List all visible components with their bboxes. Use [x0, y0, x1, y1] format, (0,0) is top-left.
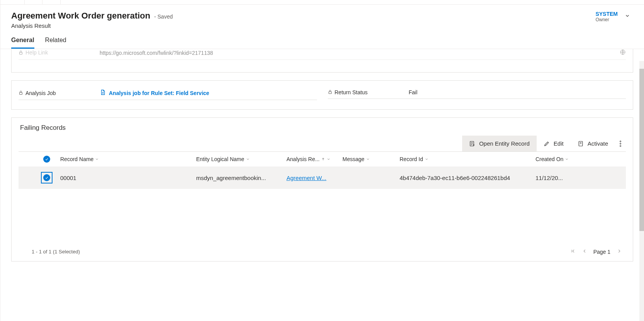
lock-icon: [19, 50, 23, 56]
help-link-url: https://go.microsoft.com/fwlink/?linkid=…: [100, 50, 213, 56]
entity-subtitle: Analysis Result: [11, 22, 595, 29]
field-analysis-job[interactable]: Analysis Job Analysis job for Rule Set: …: [19, 85, 317, 100]
cell-record-name: 00001: [60, 175, 196, 181]
document-icon: [100, 89, 106, 97]
col-label: Record Id: [400, 156, 423, 162]
field-label-help-link: Help Link: [25, 49, 48, 56]
page-title: Agreement Work Order generation: [11, 11, 150, 21]
chevron-down-icon: [366, 156, 370, 162]
chevron-down-icon[interactable]: [625, 13, 630, 19]
record-form: Agreement Work Order generation - Saved …: [0, 0, 644, 321]
analysis-result-link[interactable]: Agreement W...: [286, 175, 326, 181]
grid-footer: 1 - 1 of 1 (1 Selected) Page 1: [19, 243, 626, 257]
check-circle-icon: [43, 156, 50, 163]
next-page-button[interactable]: [617, 248, 622, 255]
cmd-label: Activate: [588, 140, 608, 147]
field-help-link[interactable]: Help Link https://go.microsoft.com/fwlin…: [19, 49, 626, 60]
pager: Page 1: [570, 248, 622, 255]
scrollbar-thumb[interactable]: [639, 69, 644, 231]
cmd-label: Edit: [554, 140, 564, 147]
more-commands-button[interactable]: [615, 136, 626, 151]
svg-point-6: [620, 141, 621, 142]
edit-button[interactable]: Edit: [537, 136, 571, 151]
window-tab-strip: [0, 0, 644, 5]
grid-header: Record Name Entity Logical Name Analysis…: [19, 152, 626, 166]
svg-rect-3: [329, 92, 331, 94]
form-content: Help Link https://go.microsoft.com/fwlin…: [0, 49, 644, 296]
col-analysis-result[interactable]: Analysis Re...: [286, 156, 342, 162]
col-entity-logical-name[interactable]: Entity Logical Name: [196, 156, 286, 162]
section-helplink: Help Link https://go.microsoft.com/fwlin…: [11, 49, 633, 73]
record-count-text: 1 - 1 of 1 (1 Selected): [32, 249, 80, 255]
analysis-job-link[interactable]: Analysis job for Rule Set: Field Service: [109, 90, 209, 96]
row-checkbox[interactable]: [41, 172, 53, 183]
field-value-analysis-job[interactable]: Analysis job for Rule Set: Field Service: [100, 89, 317, 97]
lock-icon: [328, 89, 332, 95]
section-failing-records: Failing Records Open Entity Record Edit …: [11, 117, 633, 262]
field-return-status[interactable]: Return Status Fail: [328, 85, 626, 99]
owner-label: Owner: [595, 17, 618, 22]
open-entity-record-button[interactable]: Open Entity Record: [462, 136, 537, 151]
vertical-scrollbar[interactable]: [639, 61, 644, 321]
prev-page-button[interactable]: [582, 248, 587, 255]
first-page-button[interactable]: [570, 248, 576, 255]
globe-icon[interactable]: [620, 49, 626, 56]
svg-point-8: [620, 145, 621, 146]
sort-asc-icon: [321, 156, 325, 162]
table-row[interactable]: 00001 msdyn_agreementbookin... Agreement…: [19, 166, 626, 189]
col-label: Created On: [536, 156, 563, 162]
col-message[interactable]: Message: [342, 156, 400, 162]
field-label-return-status: Return Status: [335, 89, 368, 95]
field-value-help-link: https://go.microsoft.com/fwlink/?linkid=…: [100, 49, 626, 56]
owner-value: SYSTEM: [595, 11, 618, 17]
chevron-down-icon: [246, 156, 250, 162]
lock-icon: [19, 90, 23, 96]
grid-empty-space: [19, 189, 626, 243]
chevron-down-icon: [425, 156, 429, 162]
col-label: Message: [342, 156, 364, 162]
svg-rect-2: [20, 92, 22, 94]
cell-analysis-result[interactable]: Agreement W...: [286, 175, 342, 181]
cell-record-id: 4b474deb-7a30-ec11-b6e6-002248261bd4: [400, 175, 536, 181]
activate-button[interactable]: Activate: [571, 136, 615, 151]
form-header: Agreement Work Order generation - Saved …: [0, 5, 644, 29]
svg-rect-0: [20, 52, 22, 54]
chevron-down-icon: [565, 156, 569, 162]
section-analysis-status: Analysis Job Analysis job for Rule Set: …: [11, 80, 633, 110]
check-circle-icon: [43, 174, 50, 181]
cell-entity-logical-name: msdyn_agreementbookin...: [196, 175, 286, 181]
chevron-down-icon: [95, 156, 99, 162]
section-title-failing-records: Failing Records: [20, 124, 626, 132]
title-block: Agreement Work Order generation - Saved …: [11, 11, 595, 29]
field-value-return-status: Fail: [409, 89, 626, 95]
chevron-down-icon: [327, 156, 330, 162]
svg-point-7: [620, 143, 621, 144]
owner-block[interactable]: SYSTEM Owner: [595, 11, 630, 22]
page-label: Page 1: [593, 249, 610, 255]
saved-state: - Saved: [154, 14, 173, 20]
col-record-id[interactable]: Record Id: [400, 156, 536, 162]
col-created-on[interactable]: Created On: [536, 156, 626, 162]
form-tabs: General Related: [0, 29, 644, 49]
col-label: Analysis Re...: [286, 156, 320, 162]
field-label-analysis-job: Analysis Job: [25, 90, 56, 96]
tab-general[interactable]: General: [11, 37, 34, 49]
tab-related[interactable]: Related: [45, 37, 66, 49]
col-record-name[interactable]: Record Name: [60, 156, 196, 162]
cmd-label: Open Entity Record: [479, 140, 530, 147]
col-label: Record Name: [60, 156, 93, 162]
col-label: Entity Logical Name: [196, 156, 244, 162]
grid-command-bar: Open Entity Record Edit Activate: [19, 136, 626, 152]
cell-created-on: 11/12/20...: [536, 175, 626, 181]
select-all-checkbox[interactable]: [33, 156, 60, 163]
